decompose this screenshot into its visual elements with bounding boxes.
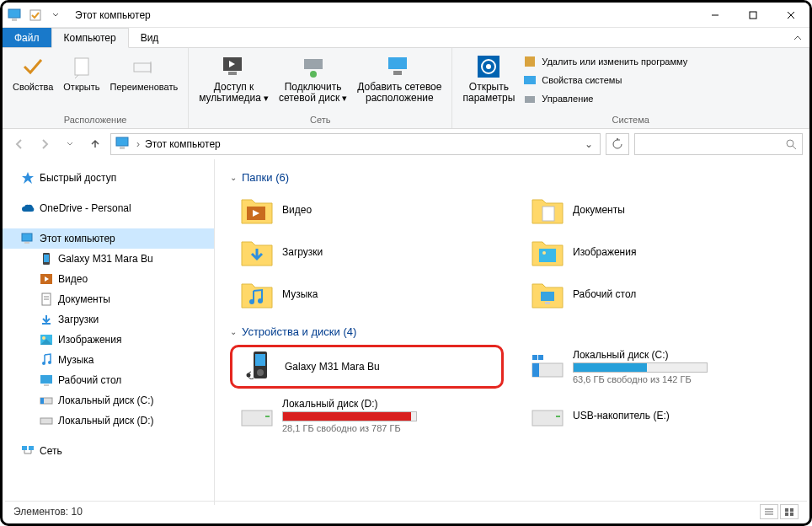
svg-point-64 [257,369,264,376]
drive-d-usage-bar [282,411,417,421]
address-bar[interactable]: › Этот компьютер ⌄ [110,133,601,155]
refresh-button[interactable] [606,133,629,155]
svg-rect-0 [8,9,20,18]
collapse-ribbon-button[interactable] [786,28,809,47]
folders-section-header[interactable]: ⌄ Папки (6) [230,171,794,184]
quick-access-toolbar [3,6,68,24]
svg-point-42 [48,361,51,364]
recent-dropdown[interactable] [60,134,80,154]
tab-file[interactable]: Файл [3,28,51,47]
system-props-icon [523,73,537,87]
media-access-button[interactable]: Доступ кмультимедиа ▾ [194,51,274,105]
nav-disk-c[interactable]: Локальный диск (C:) [3,390,214,411]
nav-videos[interactable]: Видео [3,269,214,289]
maximize-button[interactable] [734,3,772,28]
address-dropdown-icon[interactable]: ⌄ [580,138,598,150]
search-input[interactable] [634,133,803,155]
nav-disk-d[interactable]: Локальный диск (D:) [3,411,214,431]
forward-button[interactable] [35,134,55,154]
qat-dropdown-icon[interactable] [46,6,65,24]
music-icon [40,353,53,367]
folder-download-icon [240,235,274,269]
drive-usb[interactable]: USB-накопитель (E:) [521,394,794,437]
content-pane: ⌄ Папки (6) Видео Документы Загрузки Изо… [215,159,809,505]
ribbon: Свойства Открыть Переименовать Расположе… [3,48,809,129]
open-icon [68,53,95,80]
nav-downloads[interactable]: Загрузки [3,309,214,330]
svg-rect-78 [790,508,793,512]
drive-d-icon [240,399,274,432]
nav-this-pc[interactable]: Этот компьютер [3,228,214,249]
folder-picture-icon [531,235,564,269]
rename-icon [131,53,158,80]
folder-music[interactable]: Музыка [230,275,504,314]
download-icon [40,313,53,326]
nav-music[interactable]: Музыка [3,350,214,370]
rename-button[interactable]: Переименовать [105,51,184,94]
video-icon [40,272,53,286]
folder-desktop[interactable]: Рабочий стол [521,275,794,314]
chevron-right-icon[interactable]: › [133,138,143,150]
media-icon [221,53,248,80]
checkbox-icon[interactable] [26,6,45,24]
svg-marker-27 [22,172,34,184]
manage-button[interactable]: Управление [520,90,691,107]
svg-rect-15 [388,57,407,69]
manage-icon [523,92,537,105]
folder-pictures[interactable]: Изображения [521,233,794,271]
svg-rect-2 [30,10,40,20]
status-elements-count: Элементов: 10 [13,506,83,518]
svg-rect-77 [785,508,788,512]
ribbon-group-network: Доступ кмультимедиа ▾ Подключитьсетевой … [189,48,452,128]
view-details-button[interactable] [760,504,778,519]
svg-rect-63 [255,354,265,366]
svg-rect-46 [40,398,44,404]
network-icon [21,444,35,458]
folder-documents[interactable]: Документы [521,191,794,229]
nav-desktop[interactable]: Рабочий стол [3,370,214,390]
close-button[interactable] [772,3,809,28]
drive-network-icon [300,53,327,80]
drive-c[interactable]: Локальный диск (C:) 63,6 ГБ свободно из … [521,345,794,389]
drive-galaxy[interactable]: Galaxy M31 Mara Bu [230,345,504,389]
devices-section-header[interactable]: ⌄ Устройства и диски (4) [230,325,794,338]
tab-view[interactable]: Вид [129,28,171,47]
chevron-down-icon: ⌄ [230,173,237,182]
back-button[interactable] [9,134,29,154]
folder-videos[interactable]: Видео [230,191,504,229]
svg-rect-56 [539,249,556,262]
svg-rect-67 [532,363,539,377]
svg-rect-69 [538,355,543,360]
open-settings-button[interactable]: Открытьпараметры [457,51,520,105]
properties-button[interactable]: Свойства [8,51,58,94]
chevron-down-icon: ⌄ [230,327,237,336]
ribbon-tabs: Файл Компьютер Вид [3,28,809,48]
svg-rect-22 [525,96,535,103]
drive-d[interactable]: Локальный диск (D:) 28,1 ГБ свободно из … [230,394,504,437]
nav-quick-access[interactable]: Быстрый доступ [3,168,214,188]
tab-computer[interactable]: Компьютер [51,28,129,48]
breadcrumb-root[interactable]: Этот компьютер [143,138,222,150]
folder-downloads[interactable]: Загрузки [230,233,504,271]
svg-rect-21 [524,76,536,84]
system-properties-button[interactable]: Свойства системы [520,72,691,89]
nav-galaxy[interactable]: Galaxy M31 Mara Bu [3,249,214,269]
drive-icon [40,394,53,407]
map-drive-button[interactable]: Подключитьсетевой диск ▾ [274,51,352,105]
svg-point-39 [42,336,45,340]
folder-doc-icon [531,193,564,227]
nav-onedrive[interactable]: OneDrive - Personal [3,198,214,218]
up-button[interactable] [85,134,105,154]
app-icon[interactable] [6,6,24,24]
minimize-button[interactable] [696,3,734,28]
add-network-location-button[interactable]: Добавить сетевоерасположение [352,51,446,105]
nav-network[interactable]: Сеть [3,441,214,461]
drive-icon [40,414,53,427]
uninstall-program-button[interactable]: Удалить или изменить программу [520,53,691,70]
svg-rect-73 [556,416,560,417]
open-button[interactable]: Открыть [58,51,104,94]
nav-documents[interactable]: Документы [3,289,214,309]
nav-pictures[interactable]: Изображения [3,330,214,350]
view-icons-button[interactable] [780,504,799,519]
svg-point-41 [42,362,45,365]
